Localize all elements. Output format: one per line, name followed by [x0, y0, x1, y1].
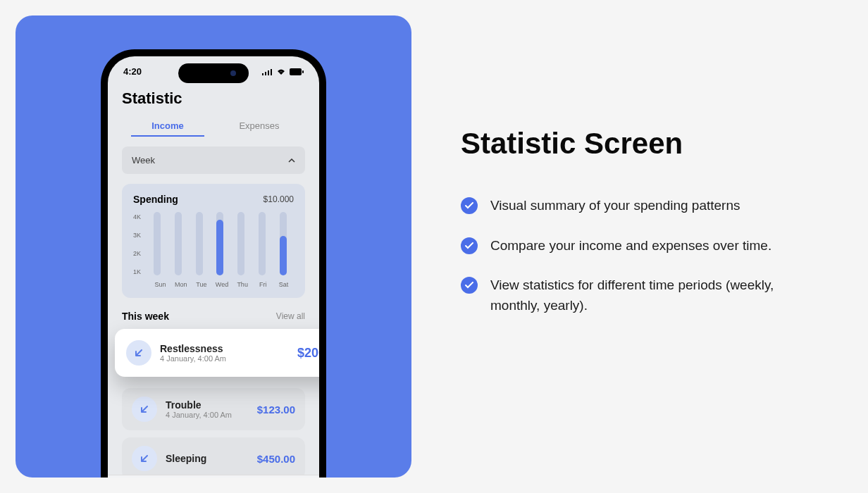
feature-item: View statistics for different time perio…	[461, 275, 819, 316]
feature-text: View statistics for different time perio…	[490, 275, 819, 316]
status-icons	[262, 68, 304, 75]
spending-card: Spending $10.000 4K 3K 2K 1K SunMonTueWe…	[122, 184, 305, 298]
ytick: 3K	[133, 232, 141, 239]
chart-bar	[196, 212, 203, 275]
ytick: 2K	[133, 250, 141, 257]
svg-rect-0	[262, 73, 264, 75]
spending-title: Spending	[133, 194, 178, 205]
svg-rect-3	[271, 69, 272, 75]
tx-name: Trouble	[166, 399, 249, 411]
status-time: 4:20	[123, 66, 142, 77]
check-icon	[461, 277, 478, 294]
arrow-down-left-icon	[126, 340, 151, 366]
tab-income[interactable]: Income	[122, 115, 213, 137]
chart-bar	[216, 212, 223, 275]
spending-chart: 4K 3K 2K 1K	[133, 212, 294, 275]
check-icon	[461, 237, 478, 254]
transaction-item[interactable]: Restlessness 4 January, 4:00 Am $200.00	[115, 329, 319, 377]
main-title: Statistic Screen	[461, 127, 819, 161]
spending-amount: $10.000	[264, 194, 294, 204]
xtick: Mon	[170, 281, 191, 288]
xtick: Thu	[232, 281, 253, 288]
feature-list: Visual summary of your spending patterns…	[461, 196, 819, 316]
description-panel: Statistic Screen Visual summary of your …	[411, 0, 868, 493]
xtick: Fri	[253, 281, 273, 288]
xtick: Wed	[211, 281, 232, 288]
section-header: This week View all	[108, 298, 319, 329]
chart-bar	[154, 212, 161, 275]
check-icon	[461, 197, 478, 214]
tx-date: 4 January, 4:00 Am	[160, 354, 289, 363]
chart-bar	[175, 212, 182, 275]
arrow-down-left-icon	[132, 397, 157, 422]
tx-date: 4 January, 4:00 Am	[166, 411, 249, 419]
feature-text: Compare your income and expenses over ti…	[490, 236, 771, 256]
phone-notch	[178, 63, 249, 83]
battery-icon	[290, 68, 304, 75]
xtick: Sat	[273, 281, 294, 288]
svg-rect-2	[268, 70, 269, 75]
chart-y-axis: 4K 3K 2K 1K	[133, 212, 147, 275]
period-dropdown[interactable]: Week	[122, 146, 305, 174]
svg-rect-4	[290, 68, 302, 75]
tx-name: Sleeping	[166, 453, 249, 464]
xtick: Sun	[150, 281, 170, 288]
tab-expenses[interactable]: Expenses	[213, 115, 305, 137]
view-all-link[interactable]: View all	[276, 311, 305, 321]
period-label: Week	[132, 155, 155, 166]
tx-amount: $450.00	[257, 453, 295, 465]
tx-name: Restlessness	[160, 343, 289, 354]
chart-x-axis: SunMonTueWedThuFriSat	[133, 281, 294, 288]
chart-bar	[237, 212, 244, 275]
tx-amount: $200.00	[297, 346, 319, 361]
ytick: 4K	[133, 213, 141, 220]
transaction-item[interactable]: Sleeping $450.00	[122, 437, 305, 478]
tx-amount: $123.00	[257, 404, 295, 416]
feature-item: Compare your income and expenses over ti…	[461, 236, 819, 256]
feature-item: Visual summary of your spending patterns	[461, 196, 819, 216]
chart-bar	[259, 212, 266, 275]
arrow-down-left-icon	[132, 446, 157, 471]
tabs: Income Expenses	[108, 115, 319, 137]
ytick: 1K	[133, 268, 141, 275]
bottom-nav	[108, 475, 319, 478]
chevron-up-icon	[288, 158, 295, 163]
wifi-icon	[276, 68, 286, 75]
svg-rect-5	[302, 70, 304, 73]
feature-text: Visual summary of your spending patterns	[490, 196, 740, 216]
section-title: This week	[122, 311, 169, 322]
phone-screen: 4:20 Statistic Income Expenses Week Spen…	[108, 56, 319, 478]
svg-rect-1	[265, 72, 266, 75]
chart-bar	[280, 212, 287, 275]
phone-frame: 4:20 Statistic Income Expenses Week Spen…	[101, 49, 326, 478]
signal-icon	[262, 68, 273, 75]
xtick: Tue	[191, 281, 211, 288]
transaction-item[interactable]: Trouble 4 January, 4:00 Am $123.00	[122, 388, 305, 430]
showcase-panel: 4:20 Statistic Income Expenses Week Spen…	[16, 15, 411, 478]
